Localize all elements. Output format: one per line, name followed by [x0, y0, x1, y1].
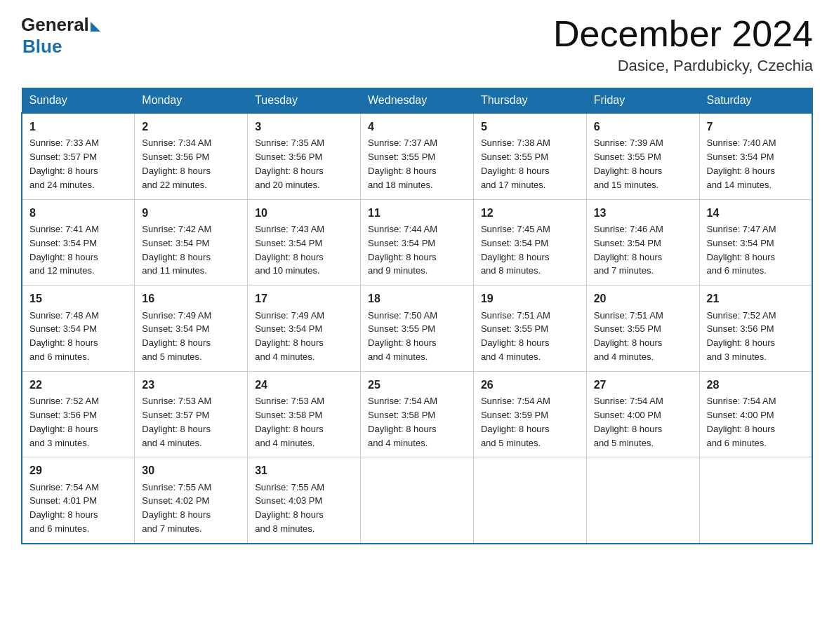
calendar-table: SundayMondayTuesdayWednesdayThursdayFrid…	[21, 88, 813, 544]
day-number: 7	[707, 119, 805, 135]
calendar-cell: 2Sunrise: 7:34 AM Sunset: 3:56 PM Daylig…	[135, 113, 248, 199]
day-info: Sunrise: 7:35 AM Sunset: 3:56 PM Dayligh…	[255, 137, 324, 190]
day-info: Sunrise: 7:34 AM Sunset: 3:56 PM Dayligh…	[142, 137, 211, 190]
calendar-cell: 28Sunrise: 7:54 AM Sunset: 4:00 PM Dayli…	[699, 371, 812, 457]
day-header-friday: Friday	[586, 88, 699, 114]
calendar-cell: 6Sunrise: 7:39 AM Sunset: 3:55 PM Daylig…	[586, 113, 699, 199]
logo: General Blue	[21, 14, 100, 58]
calendar-cell: 31Sunrise: 7:55 AM Sunset: 4:03 PM Dayli…	[248, 457, 361, 544]
day-number: 27	[594, 377, 692, 393]
week-row-2: 8Sunrise: 7:41 AM Sunset: 3:54 PM Daylig…	[22, 199, 812, 286]
calendar-cell: 30Sunrise: 7:55 AM Sunset: 4:02 PM Dayli…	[135, 457, 248, 544]
location-title: Dasice, Pardubicky, Czechia	[553, 57, 813, 75]
calendar-cell: 4Sunrise: 7:37 AM Sunset: 3:55 PM Daylig…	[361, 113, 474, 199]
week-row-5: 29Sunrise: 7:54 AM Sunset: 4:01 PM Dayli…	[22, 457, 812, 544]
day-info: Sunrise: 7:54 AM Sunset: 4:00 PM Dayligh…	[707, 396, 776, 448]
day-number: 24	[255, 377, 353, 393]
day-number: 6	[594, 119, 692, 135]
calendar-body: 1Sunrise: 7:33 AM Sunset: 3:57 PM Daylig…	[22, 113, 812, 544]
day-number: 18	[368, 290, 466, 307]
day-info: Sunrise: 7:54 AM Sunset: 4:00 PM Dayligh…	[594, 396, 663, 448]
day-info: Sunrise: 7:53 AM Sunset: 3:57 PM Dayligh…	[142, 396, 211, 448]
day-info: Sunrise: 7:49 AM Sunset: 3:54 PM Dayligh…	[142, 310, 211, 363]
day-number: 30	[142, 462, 240, 478]
day-info: Sunrise: 7:53 AM Sunset: 3:58 PM Dayligh…	[255, 396, 324, 448]
day-number: 15	[29, 290, 127, 307]
logo-general-text: General	[21, 14, 89, 36]
day-number: 19	[481, 290, 579, 307]
week-row-4: 22Sunrise: 7:52 AM Sunset: 3:56 PM Dayli…	[22, 371, 812, 457]
day-number: 22	[29, 377, 127, 393]
day-header-tuesday: Tuesday	[248, 88, 361, 114]
day-info: Sunrise: 7:54 AM Sunset: 3:58 PM Dayligh…	[368, 396, 437, 448]
calendar-cell	[473, 457, 586, 544]
day-number: 5	[481, 119, 579, 135]
logo-blue-text: Blue	[22, 36, 62, 57]
day-header-sunday: Sunday	[22, 88, 135, 114]
calendar-cell: 12Sunrise: 7:45 AM Sunset: 3:54 PM Dayli…	[473, 199, 586, 286]
day-number: 25	[368, 377, 466, 393]
day-info: Sunrise: 7:47 AM Sunset: 3:54 PM Dayligh…	[707, 224, 776, 276]
calendar-cell	[699, 457, 812, 544]
calendar-cell: 14Sunrise: 7:47 AM Sunset: 3:54 PM Dayli…	[699, 199, 812, 286]
calendar-cell: 18Sunrise: 7:50 AM Sunset: 3:55 PM Dayli…	[361, 286, 474, 372]
day-info: Sunrise: 7:45 AM Sunset: 3:54 PM Dayligh…	[481, 224, 550, 276]
calendar-cell	[361, 457, 474, 544]
calendar-cell: 9Sunrise: 7:42 AM Sunset: 3:54 PM Daylig…	[135, 199, 248, 286]
calendar-cell: 5Sunrise: 7:38 AM Sunset: 3:55 PM Daylig…	[473, 113, 586, 199]
day-number: 1	[29, 119, 127, 135]
day-header-saturday: Saturday	[699, 88, 812, 114]
header-right: December 2024 Dasice, Pardubicky, Czechi…	[553, 14, 813, 75]
calendar-cell: 7Sunrise: 7:40 AM Sunset: 3:54 PM Daylig…	[699, 113, 812, 199]
day-number: 11	[368, 205, 466, 221]
calendar-cell: 24Sunrise: 7:53 AM Sunset: 3:58 PM Dayli…	[248, 371, 361, 457]
day-number: 20	[594, 290, 692, 307]
calendar-cell: 10Sunrise: 7:43 AM Sunset: 3:54 PM Dayli…	[248, 199, 361, 286]
calendar-cell	[586, 457, 699, 544]
calendar-cell: 29Sunrise: 7:54 AM Sunset: 4:01 PM Dayli…	[22, 457, 135, 544]
month-title: December 2024	[553, 14, 813, 54]
day-number: 8	[29, 205, 127, 221]
day-number: 13	[594, 205, 692, 221]
day-number: 23	[142, 377, 240, 393]
day-info: Sunrise: 7:48 AM Sunset: 3:54 PM Dayligh…	[29, 310, 99, 363]
day-number: 29	[29, 462, 127, 478]
day-info: Sunrise: 7:51 AM Sunset: 3:55 PM Dayligh…	[481, 310, 550, 363]
week-row-3: 15Sunrise: 7:48 AM Sunset: 3:54 PM Dayli…	[22, 286, 812, 372]
logo-triangle-icon	[91, 22, 100, 32]
day-info: Sunrise: 7:46 AM Sunset: 3:54 PM Dayligh…	[594, 224, 663, 276]
day-number: 31	[255, 462, 353, 478]
day-number: 9	[142, 205, 240, 221]
day-info: Sunrise: 7:55 AM Sunset: 4:02 PM Dayligh…	[142, 482, 211, 535]
day-info: Sunrise: 7:50 AM Sunset: 3:55 PM Dayligh…	[368, 310, 437, 363]
calendar-cell: 15Sunrise: 7:48 AM Sunset: 3:54 PM Dayli…	[22, 286, 135, 372]
day-number: 10	[255, 205, 353, 221]
day-number: 28	[707, 377, 805, 393]
calendar-cell: 19Sunrise: 7:51 AM Sunset: 3:55 PM Dayli…	[473, 286, 586, 372]
calendar-cell: 23Sunrise: 7:53 AM Sunset: 3:57 PM Dayli…	[135, 371, 248, 457]
calendar-cell: 27Sunrise: 7:54 AM Sunset: 4:00 PM Dayli…	[586, 371, 699, 457]
day-number: 3	[255, 119, 353, 135]
calendar-cell: 21Sunrise: 7:52 AM Sunset: 3:56 PM Dayli…	[699, 286, 812, 372]
calendar-cell: 17Sunrise: 7:49 AM Sunset: 3:54 PM Dayli…	[248, 286, 361, 372]
day-info: Sunrise: 7:54 AM Sunset: 3:59 PM Dayligh…	[481, 396, 550, 448]
day-number: 26	[481, 377, 579, 393]
day-header-wednesday: Wednesday	[361, 88, 474, 114]
day-info: Sunrise: 7:43 AM Sunset: 3:54 PM Dayligh…	[255, 224, 324, 276]
calendar-cell: 25Sunrise: 7:54 AM Sunset: 3:58 PM Dayli…	[361, 371, 474, 457]
day-info: Sunrise: 7:37 AM Sunset: 3:55 PM Dayligh…	[368, 137, 437, 190]
day-info: Sunrise: 7:49 AM Sunset: 3:54 PM Dayligh…	[255, 310, 324, 363]
day-info: Sunrise: 7:42 AM Sunset: 3:54 PM Dayligh…	[142, 224, 211, 276]
day-number: 4	[368, 119, 466, 135]
days-of-week-row: SundayMondayTuesdayWednesdayThursdayFrid…	[22, 88, 812, 114]
calendar-cell: 8Sunrise: 7:41 AM Sunset: 3:54 PM Daylig…	[22, 199, 135, 286]
day-info: Sunrise: 7:39 AM Sunset: 3:55 PM Dayligh…	[594, 137, 663, 190]
day-number: 2	[142, 119, 240, 135]
day-info: Sunrise: 7:51 AM Sunset: 3:55 PM Dayligh…	[594, 310, 663, 363]
day-info: Sunrise: 7:55 AM Sunset: 4:03 PM Dayligh…	[255, 482, 324, 535]
week-row-1: 1Sunrise: 7:33 AM Sunset: 3:57 PM Daylig…	[22, 113, 812, 199]
page-header: General Blue December 2024 Dasice, Pardu…	[21, 14, 813, 75]
calendar-cell: 22Sunrise: 7:52 AM Sunset: 3:56 PM Dayli…	[22, 371, 135, 457]
day-number: 17	[255, 290, 353, 307]
day-info: Sunrise: 7:33 AM Sunset: 3:57 PM Dayligh…	[29, 137, 99, 190]
